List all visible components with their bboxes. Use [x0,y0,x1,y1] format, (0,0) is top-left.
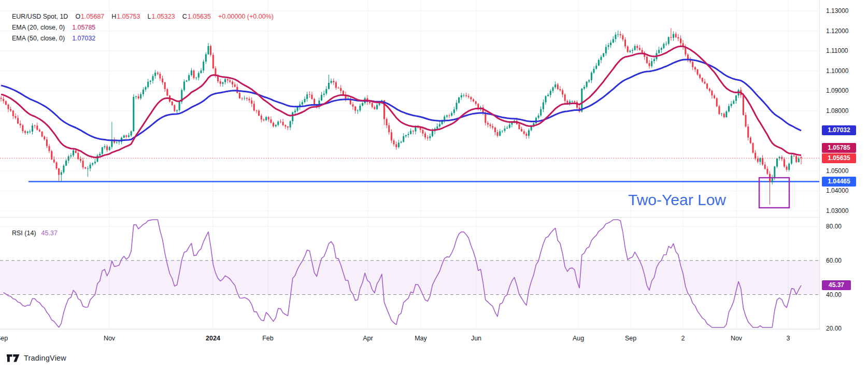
ohlc-low-value: 1.05323 [151,11,175,22]
ohlc-change: +0.00000 (+0.00%) [218,11,274,22]
rsi-value-badge: 45.37 [822,280,851,290]
price-badge-1.05635: 1.05635 [822,153,856,163]
ohlc-close-value: 1.05635 [188,11,211,22]
tradingview-chart-window: EUR/USD Spot, 1D O1.05687 H1.05753 L1.05… [0,0,868,372]
rsi-tick-label: 20.00 [826,325,842,332]
time-tick-label: 2 [681,335,685,342]
rsi-legend-row[interactable]: RSI (14) 45.37 [12,230,58,237]
candlestick-chart-canvas[interactable] [0,0,819,330]
price-badge-1.04465: 1.04465 [822,177,856,187]
rsi-tick-label: 60.00 [826,257,842,264]
rsi-value: 45.37 [41,230,58,237]
ohlc-open-value: 1.05687 [81,11,104,22]
time-tick-label: May [415,335,427,342]
chart-legend[interactable]: EUR/USD Spot, 1D O1.05687 H1.05753 L1.05… [12,11,274,44]
ohlc-high: H1.05753 [111,11,140,22]
price-tick-label: 1.11000 [826,47,848,54]
price-badge-1.05785: 1.05785 [822,143,856,153]
tradingview-brand-text: TradingView [24,354,66,362]
rsi-label: RSI (14) [12,230,36,237]
time-axis-separator [0,329,868,330]
ohlc-open: O1.05687 [75,11,104,22]
price-tick-label: 1.08000 [826,107,848,115]
price-tick-label: 1.13000 [826,7,848,15]
ema20-value: 1.05785 [72,22,95,33]
time-tick-label: Jun [471,335,481,342]
time-tick-label: Nov [731,335,742,342]
ema20-label: EMA (20, close, 0) [12,22,65,33]
ohlc-low: L1.05323 [148,11,175,22]
price-badge-1.07032: 1.07032 [822,125,856,135]
price-tick-label: 1.09000 [826,87,848,94]
ema20-legend-row[interactable]: EMA (20, close, 0) 1.05785 [12,22,274,33]
pane-separator[interactable] [0,217,868,218]
ema50-legend-row[interactable]: EMA (50, close, 0) 1.07032 [12,33,274,44]
time-tick-label: 2024 [206,335,220,342]
price-tick-label: 1.03000 [826,207,848,214]
price-tick-label: 1.04000 [826,187,848,194]
tradingview-logo-icon [7,354,20,362]
time-tick-label: 3 [787,335,790,342]
price-tick-label: 1.10000 [826,67,848,75]
time-tick-label: Apr [363,335,373,342]
price-axis[interactable]: 1.130001.120001.110001.100001.090001.080… [820,0,868,330]
two-year-low-annotation[interactable]: Two-Year Low [628,191,726,209]
time-tick-label: Feb [262,335,274,342]
price-tick-label: 1.05000 [826,167,848,175]
ema50-label: EMA (50, close, 0) [12,33,65,44]
symbol-title[interactable]: EUR/USD Spot, 1D [12,11,68,22]
ohlc-close: C1.05635 [182,11,211,22]
time-tick-label: Aug [573,335,584,342]
symbol-ohlc-row: EUR/USD Spot, 1D O1.05687 H1.05753 L1.05… [12,11,274,22]
time-tick-label: Nov [104,335,115,342]
rsi-tick-label: 80.00 [826,223,842,230]
tradingview-branding[interactable]: TradingView [7,354,66,362]
time-axis[interactable]: SepNov2024FebAprMayJunAugSep2Nov3 [0,333,819,344]
ema50-value: 1.07032 [72,33,95,44]
time-tick-label: Sep [0,335,8,342]
price-tick-label: 1.12000 [826,27,848,35]
rsi-tick-label: 40.00 [826,291,842,298]
time-tick-label: Sep [625,335,636,342]
ohlc-high-value: 1.05753 [117,11,140,22]
